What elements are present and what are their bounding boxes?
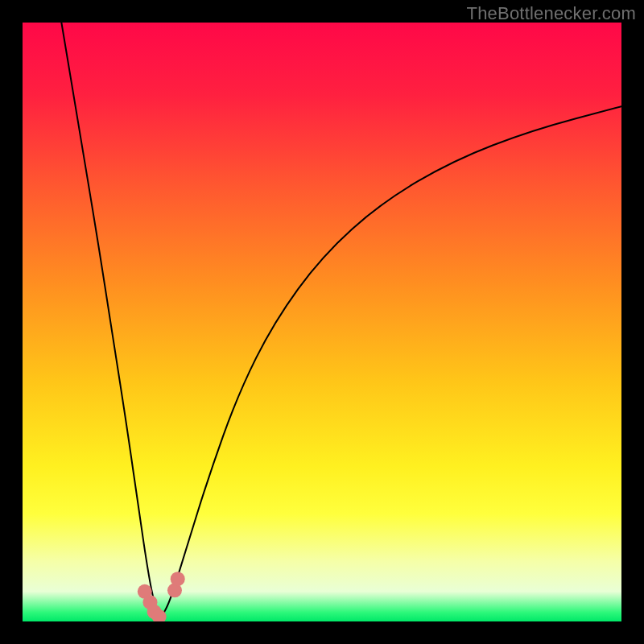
marker-5 <box>171 572 185 586</box>
watermark-text: TheBottlenecker.com <box>467 3 636 24</box>
chart-frame: TheBottlenecker.com <box>0 0 644 644</box>
chart-svg <box>23 23 621 621</box>
bottleneck-chart <box>23 23 621 621</box>
gradient-background <box>23 23 621 621</box>
